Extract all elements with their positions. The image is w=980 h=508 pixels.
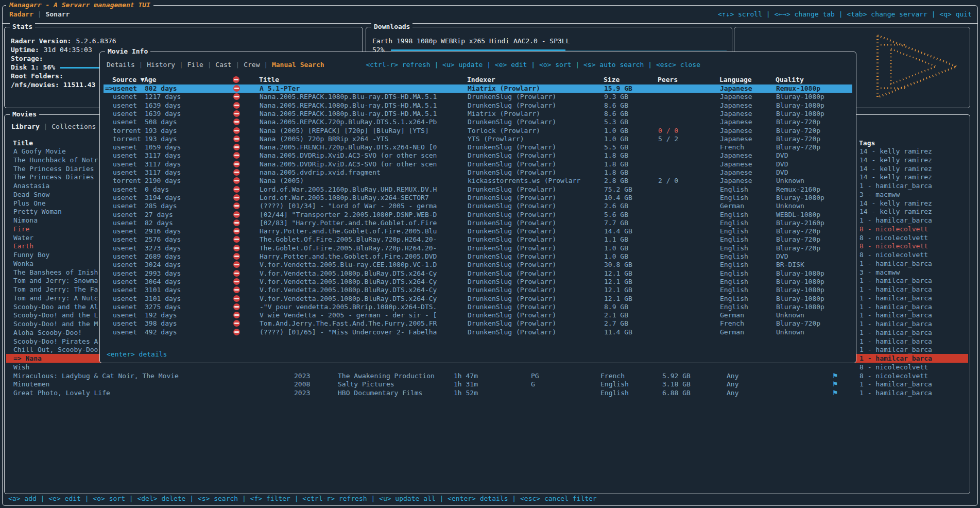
- search-result-row[interactable]: usenet2993 daysV.for.Vendetta.2005.1080p…: [104, 269, 852, 278]
- app-title: Managarr - A Servarr management TUI: [6, 1, 153, 9]
- movie-language: English: [600, 380, 629, 388]
- movies-keybindings: <a> add | <e> edit | <o> sort | <del> de…: [8, 495, 597, 503]
- result-language: English: [720, 278, 748, 286]
- result-source: usenet: [113, 101, 137, 110]
- movie-row[interactable]: Minutemen2008Salty Pictures1h 31mGEnglis…: [6, 380, 968, 388]
- no-entry-icon: [233, 270, 240, 277]
- search-result-row[interactable]: =>usenet802 daysA 5.1-PTerMiatrix (Prowl…: [104, 84, 852, 93]
- movie-title: Tom and Jerry: A Nutc: [13, 294, 98, 302]
- result-age: 3117 days: [145, 151, 181, 160]
- tab-radarr[interactable]: Radarr: [9, 10, 33, 18]
- search-result-row[interactable]: usenet1217 daysNana.2005.REPACK.1080p.Bl…: [104, 93, 852, 101]
- movie-row[interactable]: Miraculous: Ladybug & Cat Noir, The Movi…: [6, 371, 968, 380]
- result-indexer: Torlock (Prowlarr): [468, 127, 601, 135]
- movie-runtime: 1h 31m: [454, 380, 478, 388]
- no-entry-icon: [233, 278, 240, 285]
- search-result-row[interactable]: usenet192 daysV wie Vendetta - 2005 - ge…: [104, 311, 852, 319]
- result-size: 2.1 GB: [604, 311, 628, 319]
- search-result-row[interactable]: usenet2916 daysHarry.Potter.and.the.Gobl…: [104, 227, 852, 235]
- search-result-row[interactable]: usenet492 days(????) [01/65] - "Miss Und…: [104, 328, 852, 336]
- result-quality: Bluray-1080p: [776, 278, 824, 286]
- result-age: 2576 days: [145, 235, 181, 244]
- search-result-row[interactable]: usenet27 days[02/44] "Transporter 2.2005…: [104, 211, 852, 219]
- result-indexer: DrunkenSlug (Prowlarr): [468, 151, 601, 160]
- no-entry-icon: [233, 102, 240, 109]
- result-size: 10.4 GB: [604, 194, 632, 202]
- result-title: (????) [01/34] - "Lord of War - 2005 - g…: [260, 202, 465, 210]
- movie-row[interactable]: Wish8 - nicolecolvett: [6, 363, 968, 371]
- search-result-row[interactable]: usenet3194 daysLord.of.War.2005.1080p.Bl…: [104, 194, 852, 202]
- movie-title: Water: [13, 233, 33, 242]
- result-quality: Bluray-720p: [776, 135, 820, 143]
- result-peers: 2 / 0: [658, 177, 678, 185]
- movie-runtime: 1h 47m: [454, 371, 478, 380]
- no-entry-icon: [233, 329, 240, 335]
- search-result-row[interactable]: usenet1639 daysNana.2005.REPACK.1080p.Bl…: [104, 110, 852, 118]
- movie-row[interactable]: Great Photo, Lovely Life2023HBO Document…: [6, 388, 968, 397]
- movie-title: Nimona: [13, 216, 38, 225]
- result-age: 3194 days: [145, 194, 181, 202]
- result-size: 1.0 GB: [604, 252, 628, 261]
- search-result-row[interactable]: torrent193 daysNana (2005) [REPACK] [720…: [104, 127, 852, 135]
- search-result-row[interactable]: torrent2190 daysNana (2005)kickasstorren…: [104, 177, 852, 185]
- search-result-row[interactable]: usenet285 days(????) [01/34] - "Lord of …: [104, 202, 852, 210]
- result-title: Harry.Potter.and.the.Goblet.of.Fire.2005…: [260, 227, 465, 235]
- search-result-row[interactable]: usenet2576 daysThe.Goblet.Of.Fire.2005.B…: [104, 235, 852, 244]
- no-entry-icon: [233, 303, 240, 310]
- result-age: 492 days: [145, 328, 177, 336]
- movie-tag: 14 - kelly ramirez: [859, 156, 932, 164]
- result-indexer: kickasstorrents.ws (Prowlarr: [468, 177, 601, 185]
- no-entry-icon: [233, 85, 240, 92]
- result-age: 27 days: [145, 211, 173, 219]
- result-quality: Bluray-1080p: [776, 286, 824, 294]
- result-quality: Bluray-720p: [776, 235, 820, 244]
- search-result-row[interactable]: usenet3117 daysNana.2005.DVDRip.XviD.AC3…: [104, 160, 852, 168]
- no-entry-icon: [233, 169, 240, 176]
- movie-title: Plus One: [13, 199, 46, 208]
- movie-year: 2023: [294, 371, 310, 380]
- result-title: V.for.Vendetta.2005.1080p.BluRay.DTS.x26…: [260, 269, 465, 278]
- tab-sonarr[interactable]: Sonarr: [45, 10, 70, 18]
- result-indexer: DrunkenSlug (Prowlarr): [468, 261, 601, 269]
- search-result-row[interactable]: usenet3064 daysV.for.Vendetta.2005.1080p…: [104, 278, 852, 286]
- search-result-row[interactable]: usenet3273 daysThe.Goblet.Of.Fire.2005.B…: [104, 244, 852, 252]
- search-result-row[interactable]: usenet82 days[02/83] "Harry.Potter.and.t…: [104, 219, 852, 227]
- no-entry-icon: [233, 219, 240, 226]
- result-source: torrent: [113, 127, 141, 135]
- search-result-row[interactable]: usenet0 daysLord.of.War.2005.2160p.BluRa…: [104, 185, 852, 194]
- result-age: 1639 days: [145, 101, 181, 110]
- result-indexer: DrunkenSlug (Prowlarr): [468, 194, 601, 202]
- result-quality: Bluray-720p: [776, 319, 820, 328]
- search-result-row[interactable]: usenet398 daysTom.And.Jerry.The.Fast.And…: [104, 319, 852, 328]
- movie-tag: 14 - kelly ramirez: [859, 199, 932, 208]
- result-language: English: [720, 244, 748, 252]
- result-language: English: [720, 286, 748, 294]
- result-indexer: DrunkenSlug (Prowlarr): [468, 160, 601, 168]
- result-age: 192 days: [145, 311, 177, 319]
- result-title: Harry.Potter.and.the.Goblet.of.Fire.2005…: [260, 252, 465, 261]
- search-result-row[interactable]: usenet3101 daysV.for.Vendetta.2005.1080p…: [104, 295, 852, 303]
- search-result-row[interactable]: usenet1059 daysNana.2005.FRENCH.720p.Blu…: [104, 143, 852, 151]
- result-title: Nana (2005): [260, 177, 465, 185]
- movie-rating: G: [531, 380, 535, 388]
- movies-panel-title: Movies: [10, 110, 39, 118]
- result-language: French: [720, 143, 744, 151]
- no-entry-icon: [233, 127, 240, 134]
- search-result-row[interactable]: usenet3117 daysnana.2005.dvdrip.xvid.fra…: [104, 168, 852, 177]
- search-result-row[interactable]: usenet2689 daysHarry.Potter.and.the.Gobl…: [104, 252, 852, 261]
- movie-tag: 8 - nicolecolvett: [859, 233, 928, 242]
- search-result-row[interactable]: usenet3275 days-"V pour vendetta.2005.BR…: [104, 303, 852, 311]
- movie-title: Anastasia: [13, 181, 49, 190]
- search-result-row[interactable]: usenet3024 daysV.for.Vendetta.2005.Blu-r…: [104, 261, 852, 269]
- result-indexer: DrunkenSlug (Prowlarr): [468, 278, 601, 286]
- result-source: usenet: [113, 118, 137, 126]
- search-result-row[interactable]: usenet508 daysNana.2005.REPACK.720p.BluR…: [104, 118, 852, 126]
- search-result-row[interactable]: usenet3101 daysV.for.Vendetta.2005.1080p…: [104, 286, 852, 294]
- movie-year: 2023: [294, 388, 310, 397]
- search-result-row[interactable]: usenet1639 daysNana.2005.REPACK.1080p.Bl…: [104, 101, 852, 110]
- search-result-row[interactable]: torrent193 daysNana (2005) 720p BRRip x2…: [104, 135, 852, 143]
- result-age: 398 days: [145, 319, 177, 328]
- result-title: V wie Vendetta - 2005 - german - der sir…: [260, 311, 465, 319]
- result-age: 3117 days: [145, 160, 181, 168]
- search-result-row[interactable]: usenet3117 daysNana.2005.DVDRip.XviD.AC3…: [104, 151, 852, 160]
